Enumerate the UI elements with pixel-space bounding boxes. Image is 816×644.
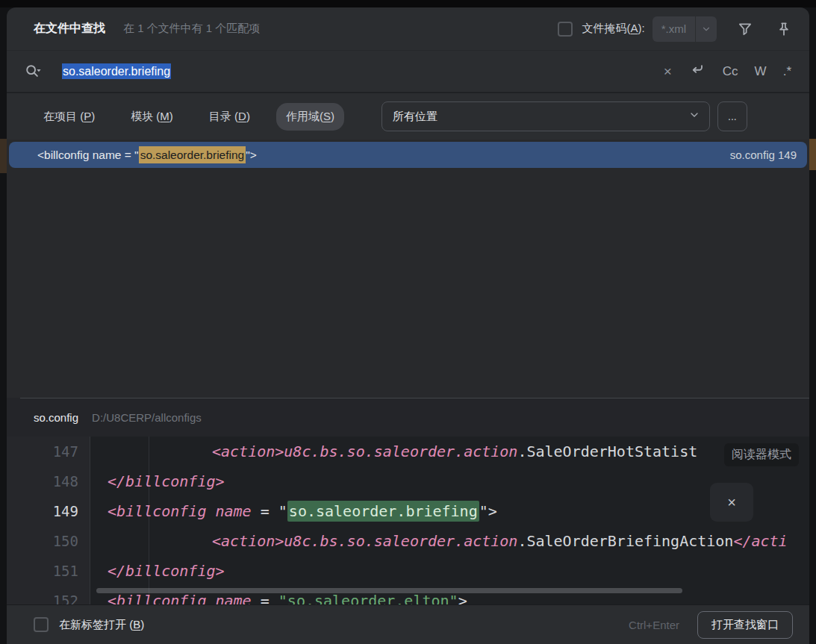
result-snippet: <billconfig name = "so.saleorder.briefin… — [37, 149, 257, 162]
dialog-titlebar: 在文件中查找 在 1 个文件中有 1 个匹配项 文件掩码(A): *.xml — [7, 7, 809, 51]
dialog-title: 在文件中查找 — [34, 21, 105, 37]
code-segment: name — [216, 592, 252, 604]
code-segment: </billconfig> — [108, 472, 225, 490]
find-in-files-dialog: 在文件中查找 在 1 个文件中有 1 个匹配项 文件掩码(A): *.xml — [7, 7, 809, 644]
file-mask-group: 文件掩码(A): *.xml — [558, 16, 794, 42]
line-number: 150 — [7, 533, 90, 549]
code-segment: <action> — [212, 443, 284, 460]
line-text: <billconfig name = "so.saleorder.elton"> — [90, 592, 467, 604]
backdrop-top-strip — [0, 0, 816, 7]
close-icon[interactable]: × — [710, 483, 753, 522]
code-segment: <action> — [212, 532, 284, 550]
open-in-new-tab-checkbox[interactable] — [34, 617, 49, 632]
shortcut-hint: Ctrl+Enter — [629, 619, 679, 631]
line-number: 152 — [7, 593, 90, 604]
result-row[interactable]: <billconfig name = "so.saleorder.briefin… — [9, 142, 807, 168]
bottom-bar: 在新标签打开 (B) Ctrl+Enter 打开查找窗口 — [7, 604, 809, 644]
open-find-window-button[interactable]: 打开查找窗口 — [697, 611, 793, 639]
line-text: <action>u8c.bs.so.saleorder.action.SaleO… — [90, 532, 788, 550]
code-segment: "> — [479, 502, 497, 520]
regex-toggle[interactable]: .* — [783, 64, 791, 79]
code-segment: .SaleOrderBriefingAction — [517, 532, 733, 550]
line-number: 151 — [7, 563, 90, 579]
line-number: 147 — [7, 443, 90, 460]
code-segment: = — [252, 592, 278, 604]
code-match-highlight: so.saleorder.briefing — [287, 501, 479, 522]
horizontal-scrollbar[interactable] — [96, 588, 682, 593]
code-segment: "so.saleorder.elton" — [278, 592, 458, 604]
preview-header: so.config D:/U8CERP/allconfigs — [7, 398, 809, 437]
match-summary: 在 1 个文件中有 1 个匹配项 — [123, 22, 260, 36]
pin-icon[interactable] — [773, 19, 794, 40]
backdrop-edge-left — [0, 139, 7, 173]
tab-in-project[interactable]: 在项目 (P) — [34, 103, 105, 131]
search-icon[interactable] — [23, 62, 53, 81]
search-query-selected-text: so.saleorder.briefing — [62, 63, 171, 79]
code-segment: </billconfig> — [108, 562, 225, 580]
line-text: </billconfig> — [90, 562, 225, 580]
preview-file-path: D:/U8CERP/allconfigs — [92, 411, 202, 424]
chevron-down-icon — [688, 109, 700, 124]
open-in-new-tab-label: 在新标签打开 (B) — [59, 618, 144, 632]
code-segment: <billconfig — [108, 592, 216, 604]
file-mask-checkbox[interactable] — [558, 22, 573, 37]
line-text: </billconfig> — [90, 472, 225, 490]
code-segment: = " — [252, 502, 287, 520]
backdrop-edge-right — [809, 139, 816, 170]
line-number: 149 — [7, 503, 90, 519]
code-segment: .SaleOrderHotStatist — [517, 443, 697, 460]
clear-search-icon[interactable]: × — [664, 63, 672, 80]
match-case-toggle[interactable]: Cc — [723, 64, 738, 79]
line-text: <billconfig name = "so.saleorder.briefin… — [90, 502, 497, 520]
preview-file-name: so.config — [34, 411, 78, 424]
line-text: <action>u8c.bs.so.saleorder.action.SaleO… — [90, 443, 697, 460]
tab-directory[interactable]: 目录 (D) — [199, 103, 260, 131]
scope-row: 在项目 (P) 模块 (M) 目录 (D) 作用域(S) 所有位置 ... — [7, 93, 809, 140]
search-input[interactable]: so.saleorder.briefing — [62, 65, 171, 78]
chevron-down-icon[interactable] — [696, 24, 717, 34]
line-number: 148 — [7, 473, 90, 490]
code-line[interactable]: 149<billconfig name = "so.saleorder.brie… — [7, 496, 809, 526]
reader-mode-popup: 阅读器模式 — [724, 443, 799, 466]
search-options: × Cc W .* — [664, 60, 794, 82]
results-list: <billconfig name = "so.saleorder.briefin… — [7, 140, 809, 398]
match-highlight: so.saleorder.briefing — [139, 146, 246, 163]
code-segment: <billconfig — [108, 502, 216, 520]
tab-scope[interactable]: 作用域(S) — [276, 103, 344, 131]
whole-words-toggle[interactable]: W — [755, 64, 767, 79]
code-line[interactable]: 150<action>u8c.bs.so.saleorder.action.Sa… — [7, 526, 809, 556]
more-options-button[interactable]: ... — [717, 101, 747, 131]
file-mask-value: *.xml — [653, 22, 695, 35]
search-row: so.saleorder.briefing × Cc W .* — [7, 51, 809, 93]
code-segment: name — [216, 502, 252, 520]
file-mask-label: 文件掩码(A): — [582, 22, 644, 36]
code-line[interactable]: 148</billconfig> — [7, 466, 809, 496]
scope-select[interactable]: 所有位置 — [381, 101, 710, 131]
code-preview[interactable]: 147<action>u8c.bs.so.saleorder.action.Sa… — [7, 437, 809, 604]
code-line[interactable]: 151</billconfig> — [7, 556, 809, 586]
code-segment: u8c.bs.so.saleorder.action — [284, 443, 517, 460]
result-location: so.config 149 — [730, 149, 797, 161]
code-segment: </acti — [733, 532, 787, 550]
newline-icon[interactable] — [688, 60, 706, 82]
filter-icon[interactable] — [735, 19, 756, 40]
code-segment: u8c.bs.so.saleorder.action — [284, 532, 517, 550]
tab-module[interactable]: 模块 (M) — [121, 103, 183, 131]
code-line[interactable]: 147<action>u8c.bs.so.saleorder.action.Sa… — [7, 437, 809, 466]
file-mask-combo[interactable]: *.xml — [653, 16, 717, 42]
scope-select-value: 所有位置 — [393, 110, 437, 124]
code-segment: > — [458, 592, 467, 604]
